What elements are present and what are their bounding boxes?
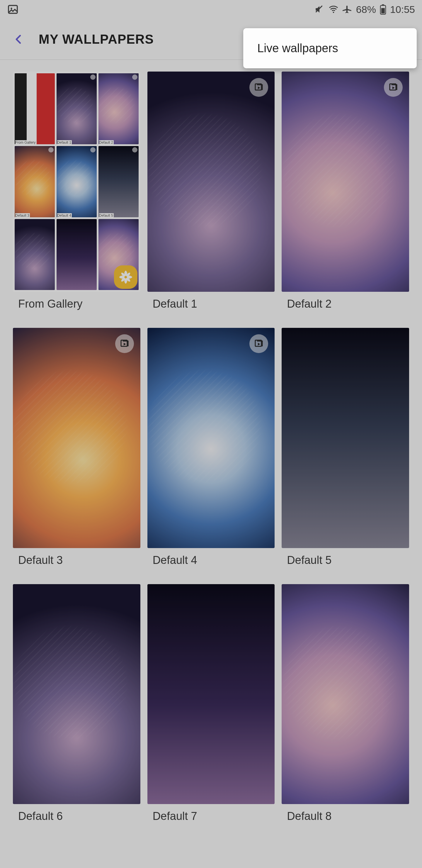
wallpaper-thumbnail[interactable] <box>282 71 409 292</box>
gallery-preview-cell: Default 2 <box>98 73 139 144</box>
image-icon <box>7 3 19 15</box>
wallpaper-label: Default 3 <box>18 554 140 566</box>
mute-icon <box>315 4 324 14</box>
gallery-preview-cell: Default 1 <box>57 73 97 144</box>
menu-item-live-wallpapers[interactable]: Live wallpapers <box>243 38 417 58</box>
wallpaper-tile[interactable]: Default 2 <box>282 71 409 321</box>
gallery-preview-cell: Default 3 <box>15 146 55 217</box>
wallpaper-label: Default 2 <box>287 298 409 310</box>
live-wallpaper-icon <box>249 78 268 97</box>
gallery-app-icon <box>114 266 137 289</box>
clock-text: 10:55 <box>390 4 415 15</box>
svg-marker-9 <box>392 87 395 89</box>
svg-marker-7 <box>258 87 260 89</box>
wallpaper-thumbnail[interactable]: From GalleryDefault 1Default 2Default 3D… <box>13 71 140 292</box>
gallery-preview-cell: From Gallery <box>15 73 55 144</box>
wallpaper-tile[interactable]: From GalleryDefault 1Default 2Default 3D… <box>13 71 140 321</box>
back-button[interactable] <box>10 31 27 48</box>
svg-rect-5 <box>382 4 384 6</box>
wallpaper-label: Default 1 <box>153 298 275 310</box>
gallery-preview-label: Default 1 <box>57 140 72 144</box>
wallpaper-tile[interactable]: Default 6 <box>13 584 140 833</box>
wallpaper-thumbnail[interactable] <box>148 328 275 548</box>
wallpaper-thumbnail[interactable] <box>282 328 409 548</box>
wallpaper-thumbnail[interactable] <box>13 328 140 548</box>
wallpaper-thumbnail[interactable] <box>148 71 275 292</box>
wifi-icon <box>328 4 339 14</box>
wallpaper-label: Default 7 <box>153 810 275 823</box>
gallery-preview-cell: Default 5 <box>98 146 139 217</box>
wallpaper-label: Default 6 <box>18 810 140 823</box>
wallpaper-thumbnail[interactable] <box>282 584 409 804</box>
gallery-preview-label: Default 5 <box>99 213 114 217</box>
wallpaper-tile[interactable]: Default 7 <box>148 584 275 833</box>
wallpaper-tile[interactable]: Default 3 <box>13 328 140 577</box>
wallpaper-tile[interactable]: Default 4 <box>148 328 275 577</box>
overflow-menu: Live wallpapers <box>243 28 417 68</box>
live-wallpaper-icon <box>115 334 134 353</box>
wallpaper-thumbnail[interactable] <box>13 584 140 804</box>
airplane-icon <box>343 4 353 14</box>
gallery-preview-label: From Gallery <box>15 140 36 144</box>
gallery-preview-label: Default 3 <box>15 213 30 217</box>
status-bar: 68% 10:55 <box>0 0 422 19</box>
wallpaper-tile[interactable]: Default 8 <box>282 584 409 833</box>
svg-marker-13 <box>258 343 260 345</box>
svg-point-2 <box>333 12 334 13</box>
gallery-preview-label: Default 2 <box>99 140 114 144</box>
battery-icon <box>380 4 387 15</box>
battery-text: 68% <box>356 4 376 15</box>
svg-rect-4 <box>381 8 385 13</box>
wallpaper-label: Default 8 <box>287 810 409 823</box>
wallpaper-label: From Gallery <box>18 298 140 310</box>
gallery-preview-label: Default 4 <box>57 213 72 217</box>
wallpaper-grid: From GalleryDefault 1Default 2Default 3D… <box>0 60 422 833</box>
wallpaper-thumbnail[interactable] <box>148 584 275 804</box>
gallery-preview-cell <box>57 219 97 290</box>
page-title: MY WALLPAPERS <box>39 32 154 46</box>
wallpaper-label: Default 5 <box>287 554 409 566</box>
live-wallpaper-icon <box>384 78 403 97</box>
svg-point-1 <box>10 8 12 9</box>
wallpaper-tile[interactable]: Default 1 <box>148 71 275 321</box>
wallpaper-label: Default 4 <box>153 554 275 566</box>
live-wallpaper-icon <box>249 334 268 353</box>
svg-marker-11 <box>124 343 126 345</box>
gallery-preview-cell: Default 4 <box>57 146 97 217</box>
wallpaper-tile[interactable]: Default 5 <box>282 328 409 577</box>
gallery-preview-cell <box>15 219 55 290</box>
gallery-preview-grid: From GalleryDefault 1Default 2Default 3D… <box>15 73 139 290</box>
